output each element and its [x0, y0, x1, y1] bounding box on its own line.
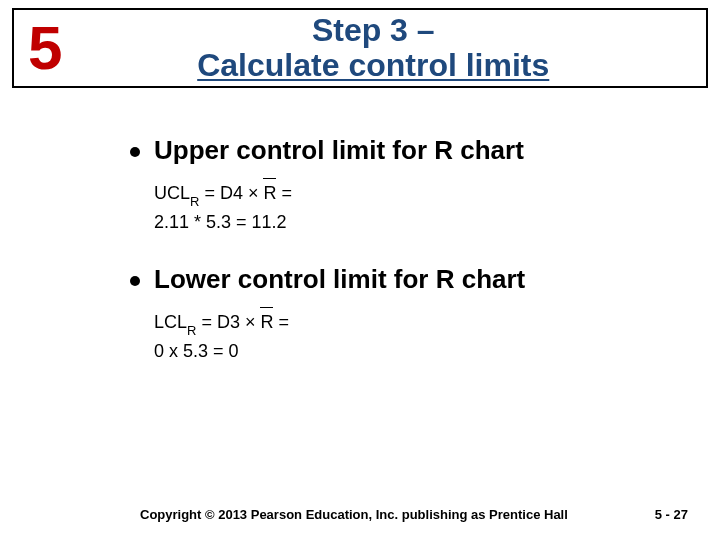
ucl-formula: UCLR = D4 × R = 2.11 * 5.3 = 11.2 — [154, 178, 660, 236]
copyright-text: Copyright © 2013 Pearson Education, Inc.… — [140, 507, 655, 522]
ucl-computation: 2.11 * 5.3 = 11.2 — [154, 209, 660, 236]
r-bar-symbol: R — [260, 307, 273, 336]
title-line-1: Step 3 – — [80, 13, 666, 48]
lcl-computation: 0 x 5.3 = 0 — [154, 338, 660, 365]
lcl-subscript: R — [187, 323, 196, 338]
lcl-tail: = — [273, 312, 289, 332]
ucl-tail: = — [276, 183, 292, 203]
lcl-prefix: LCL — [154, 312, 187, 332]
lcl-heading-row: Lower control limit for R chart — [130, 264, 660, 295]
title-box: 5 Step 3 – Calculate control limits — [12, 8, 708, 88]
ucl-heading: Upper control limit for R chart — [154, 135, 524, 166]
content: Upper control limit for R chart UCLR = D… — [130, 135, 660, 393]
ucl-prefix: UCL — [154, 183, 190, 203]
lcl-heading: Lower control limit for R chart — [154, 264, 525, 295]
bullet-icon — [130, 147, 140, 157]
bullet-icon — [130, 276, 140, 286]
lcl-rhs: = D3 × — [196, 312, 255, 332]
title-line-2: Calculate control limits — [80, 48, 666, 83]
ucl-subscript: R — [190, 194, 199, 209]
ucl-heading-row: Upper control limit for R chart — [130, 135, 660, 166]
step-number: 5 — [14, 17, 80, 79]
page-number: 5 - 27 — [655, 507, 696, 522]
ucl-rhs: = D4 × — [199, 183, 258, 203]
footer: Copyright © 2013 Pearson Education, Inc.… — [0, 507, 720, 522]
r-bar-symbol: R — [263, 178, 276, 207]
lcl-formula: LCLR = D3 × R = 0 x 5.3 = 0 — [154, 307, 660, 365]
slide-title: Step 3 – Calculate control limits — [80, 13, 706, 83]
